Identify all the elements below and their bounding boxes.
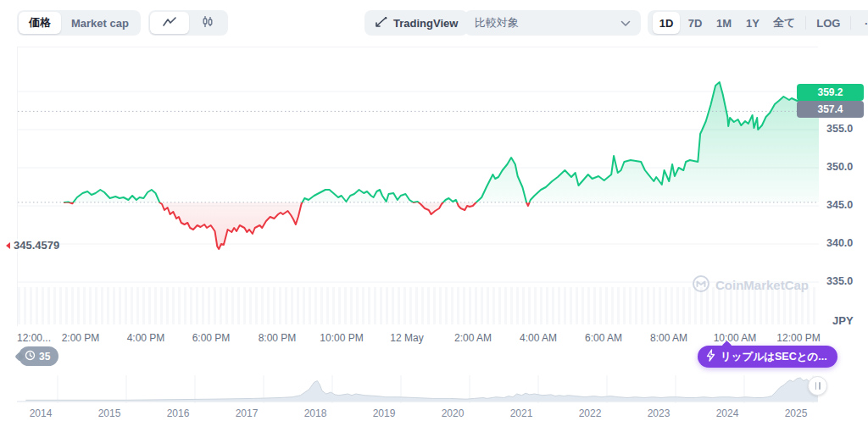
x-axis-tick: 2:00 PM bbox=[62, 332, 100, 344]
events-count: 35 bbox=[39, 351, 50, 363]
x-axis-tick: 6:00 AM bbox=[585, 332, 622, 344]
tab-market-cap[interactable]: Market cap bbox=[61, 12, 139, 34]
log-label: LOG bbox=[816, 17, 840, 30]
watermark-text: CoinMarketCap bbox=[715, 278, 809, 292]
x-axis-tick: 4:00 PM bbox=[127, 332, 165, 344]
timeline-year: 2025 bbox=[785, 407, 808, 419]
open-price-value: 345.4579 bbox=[14, 239, 59, 252]
divider bbox=[805, 16, 806, 30]
y-axis-tick: 350.0 bbox=[826, 161, 865, 173]
coinmarketcap-logo-icon bbox=[692, 274, 710, 296]
range-button-1M[interactable]: 1M bbox=[710, 12, 737, 34]
range-button-1D[interactable]: 1D bbox=[653, 12, 680, 34]
timeline-year: 2019 bbox=[373, 407, 396, 419]
scrubber-handle[interactable] bbox=[808, 376, 827, 396]
x-axis-tick: 8:00 PM bbox=[259, 332, 297, 344]
ellipsis-icon: ··· bbox=[865, 17, 868, 30]
x-axis-tick: 4:00 AM bbox=[520, 332, 557, 344]
x-axis-tick: 10:00 AM bbox=[714, 332, 757, 344]
more-options-button[interactable]: ··· bbox=[856, 12, 868, 34]
timeline-year: 2017 bbox=[236, 407, 259, 419]
timeline-scrubber[interactable] bbox=[17, 375, 818, 403]
range-button-1Y[interactable]: 1Y bbox=[739, 12, 766, 34]
tradingview-button[interactable]: TradingView bbox=[364, 10, 468, 36]
current-price-value: 359.2 bbox=[817, 86, 843, 98]
timeline-year: 2021 bbox=[510, 407, 533, 419]
chevron-down-icon bbox=[620, 17, 631, 30]
events-history-badge[interactable]: 35 bbox=[19, 346, 58, 366]
range-selector: 1D7D1M1Y全て LOG ··· bbox=[648, 10, 868, 36]
tab-market-cap-label: Market cap bbox=[71, 17, 129, 30]
x-axis-tick: 12 May bbox=[390, 332, 423, 344]
tradingview-label: TradingView bbox=[393, 17, 458, 30]
secondary-price-value: 357.4 bbox=[817, 103, 843, 115]
open-price-label: 345.4579 bbox=[18, 239, 59, 252]
price-chart-page: 価格 Market cap TradingView 比較対象 bbox=[0, 0, 868, 432]
compare-dropdown-value: 比較対象 bbox=[475, 15, 519, 30]
x-axis-tick: 12:00... bbox=[17, 332, 51, 344]
timeline-year: 2014 bbox=[30, 407, 53, 419]
timeline-year: 2018 bbox=[304, 407, 327, 419]
lightning-icon bbox=[705, 349, 716, 364]
timeline-year: 2020 bbox=[442, 407, 465, 419]
tradingview-icon bbox=[375, 16, 388, 30]
timeline-year: 2023 bbox=[648, 407, 670, 419]
range-button-全て[interactable]: 全て bbox=[768, 12, 800, 34]
timeline-year: 2024 bbox=[716, 407, 739, 419]
x-axis-tick: 8:00 AM bbox=[650, 332, 687, 344]
current-price-badge: 359.2 bbox=[797, 84, 864, 101]
x-axis-tick: 6:00 PM bbox=[192, 332, 231, 344]
compare-dropdown[interactable]: 比較対象 bbox=[465, 10, 641, 36]
badge-pointer bbox=[14, 352, 24, 361]
secondary-price-badge: 357.4 bbox=[797, 101, 864, 118]
y-axis-tick: 335.0 bbox=[826, 275, 865, 287]
log-scale-button[interactable]: LOG bbox=[811, 12, 845, 34]
y-axis-tick: 355.0 bbox=[826, 123, 865, 135]
candlestick-chart-type-button[interactable] bbox=[189, 12, 226, 34]
y-axis-tick: 345.0 bbox=[826, 199, 865, 211]
tab-price[interactable]: 価格 bbox=[19, 12, 61, 34]
chart-type-toggle bbox=[148, 10, 228, 36]
range-button-7D[interactable]: 7D bbox=[682, 12, 709, 34]
line-chart-type-button[interactable] bbox=[150, 12, 189, 34]
line-chart-icon bbox=[162, 16, 177, 30]
news-event-text: リップルはSECとの... bbox=[721, 350, 827, 364]
price-chart-plot[interactable]: CoinMarketCap 345.4579 bbox=[17, 47, 818, 326]
watermark: CoinMarketCap bbox=[692, 274, 809, 296]
divider bbox=[850, 16, 851, 30]
history-clock-icon bbox=[25, 350, 36, 363]
x-axis-tick: 2:00 AM bbox=[454, 332, 492, 344]
timeline-year: 2022 bbox=[579, 407, 602, 419]
open-price-marker-icon bbox=[6, 242, 10, 249]
news-event-badge[interactable]: リップルはSECとの... bbox=[698, 346, 837, 368]
timeline-year: 2016 bbox=[167, 407, 190, 419]
x-axis-tick: 10:00 PM bbox=[320, 332, 363, 344]
price-marketcap-toggle: 価格 Market cap bbox=[17, 10, 141, 36]
candlestick-icon bbox=[201, 15, 214, 31]
currency-axis-label: JPY bbox=[832, 314, 854, 327]
timeline-year: 2015 bbox=[98, 407, 121, 419]
tab-price-label: 価格 bbox=[29, 15, 51, 30]
y-axis-tick: 340.0 bbox=[826, 237, 865, 249]
x-axis-tick: 12:00 PM bbox=[776, 332, 820, 344]
